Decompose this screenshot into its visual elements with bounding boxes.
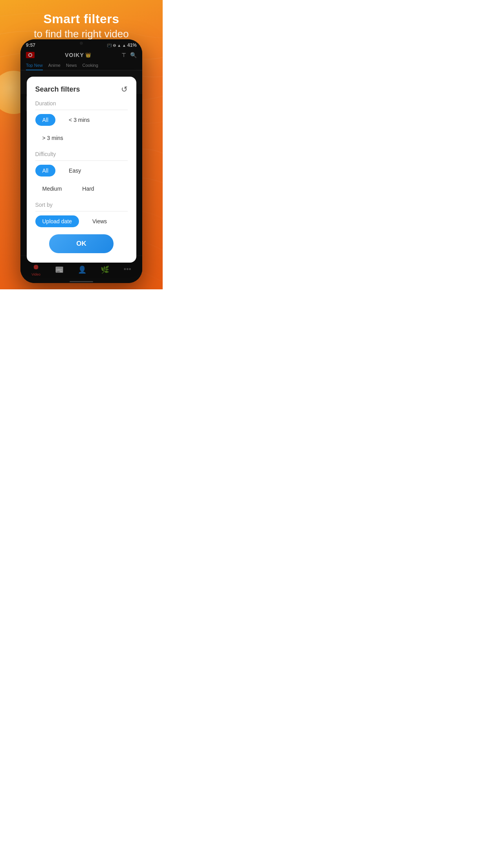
- difficulty-hard-button[interactable]: Hard: [75, 183, 101, 195]
- page-header: Smart filters to find the right video: [0, 12, 163, 40]
- modal-overlay: Search filters ↺ Duration All < 3 mins >…: [20, 39, 142, 283]
- difficulty-all-button[interactable]: All: [35, 165, 56, 177]
- sort-options: Upload date Views: [35, 215, 128, 227]
- duration-short-button[interactable]: < 3 mins: [62, 114, 97, 126]
- duration-long-button[interactable]: > 3 mins: [35, 132, 70, 144]
- search-filters-modal: Search filters ↺ Duration All < 3 mins >…: [27, 77, 136, 263]
- duration-label: Duration: [35, 100, 128, 110]
- sort-views-button[interactable]: Views: [85, 215, 114, 227]
- difficulty-medium-button[interactable]: Medium: [35, 183, 69, 195]
- difficulty-easy-button[interactable]: Easy: [62, 165, 88, 177]
- page-subtitle: to find the right video: [0, 28, 163, 40]
- duration-all-button[interactable]: All: [35, 114, 56, 126]
- reset-icon[interactable]: ↺: [121, 85, 128, 94]
- page-title: Smart filters: [0, 12, 163, 26]
- phone-screen: 9:57 📳 ⊖ ▲ ▲ 41% VOIKY 👑 ⊤ 🔍: [20, 39, 142, 283]
- modal-header: Search filters ↺: [35, 85, 128, 94]
- sort-label: Sort by: [35, 202, 128, 211]
- phone-frame: 9:57 📳 ⊖ ▲ ▲ 41% VOIKY 👑 ⊤ 🔍: [20, 39, 142, 283]
- modal-title: Search filters: [35, 85, 80, 94]
- difficulty-options: All Easy Medium Hard: [35, 165, 128, 195]
- duration-options: All < 3 mins > 3 mins: [35, 114, 128, 144]
- difficulty-label: Difficulty: [35, 151, 128, 161]
- sort-date-button[interactable]: Upload date: [35, 215, 79, 227]
- ok-button[interactable]: OK: [49, 234, 114, 253]
